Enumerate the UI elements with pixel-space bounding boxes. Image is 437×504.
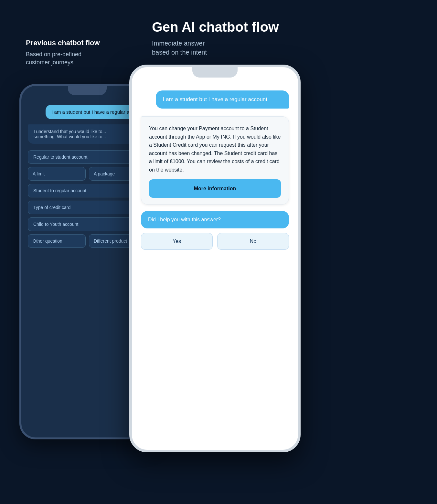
right-user-message: I am a student but I have a regular acco… [156, 90, 289, 109]
option-row-limit-package: A limit A package [28, 167, 147, 181]
followup-bubble: Did I help you with this answer? [141, 211, 289, 228]
genai-title: Gen AI chatbot flow [152, 19, 279, 35]
option-type-credit-card[interactable]: Type of credit card [28, 201, 147, 214]
option-row-other-different: Other question Different product [28, 234, 147, 248]
right-phone-content: I am a student but I have a regular acco… [132, 78, 298, 259]
previous-description: Based on pre-definedcustomer journeys [26, 50, 100, 67]
answer-row: Yes No [141, 233, 289, 250]
right-phone-power-btn [299, 125, 301, 145]
left-phone-volume-up-btn [19, 138, 21, 154]
previous-chatbot-label: Previous chatbot flow Based on pre-defin… [26, 39, 100, 67]
option-child-to-youth[interactable]: Child to Youth account [28, 217, 147, 231]
right-bot-message: You can change your Payment account to a… [141, 116, 289, 205]
no-button[interactable]: No [217, 233, 289, 250]
option-a-limit[interactable]: A limit [28, 167, 86, 181]
left-bot-message: I understand that you would like to... s… [28, 124, 135, 144]
option-student-to-regular[interactable]: Student to regular account [28, 184, 147, 197]
right-phone: I am a student but I have a regular acco… [129, 65, 301, 452]
previous-title: Previous chatbot flow [26, 39, 100, 47]
right-phone-notch [192, 67, 238, 78]
left-phone-volume-down-btn [19, 157, 21, 173]
option-regular-to-student[interactable]: Regular to student account [28, 150, 147, 164]
yes-button[interactable]: Yes [141, 233, 213, 250]
more-info-button[interactable]: More information [149, 179, 281, 198]
genai-chatbot-label: Gen AI chatbot flow Immediate answerbase… [152, 19, 279, 57]
option-other-question[interactable]: Other question [28, 234, 86, 248]
genai-description: Immediate answerbased on the intent [152, 39, 279, 57]
left-phone-notch [68, 86, 107, 95]
